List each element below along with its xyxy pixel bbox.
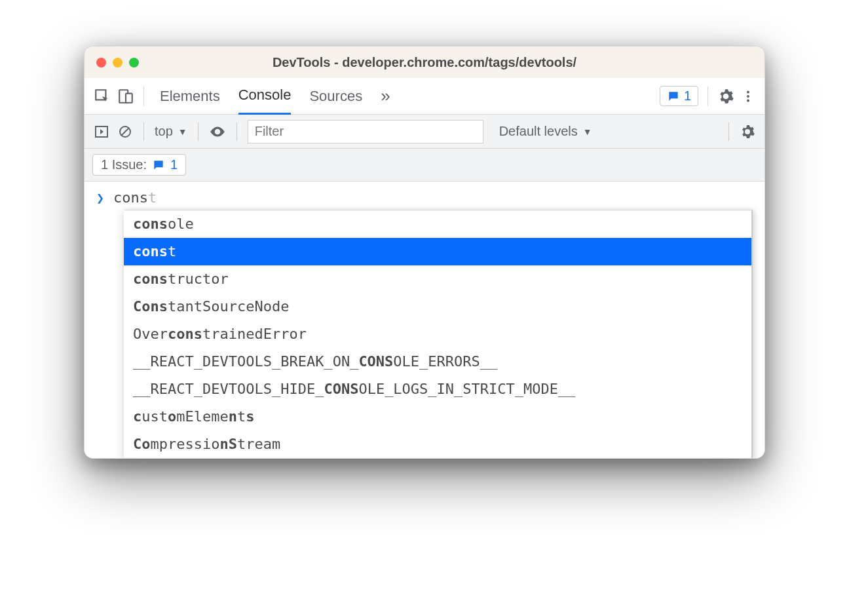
toolbar-separator [236, 123, 237, 141]
tab-sources[interactable]: Sources [309, 78, 362, 115]
autocomplete-item[interactable]: const [124, 238, 751, 265]
chevron-down-icon: ▼ [178, 126, 187, 137]
filter-input[interactable] [248, 120, 483, 144]
toolbar-separator [143, 123, 144, 141]
window-title: DevTools - developer.chrome.com/tags/dev… [85, 55, 764, 70]
issues-icon [667, 90, 680, 103]
traffic-lights [96, 58, 139, 67]
execution-context-selector[interactable]: top ▼ [155, 124, 187, 139]
issues-chip[interactable]: 1 Issue: 1 [92, 154, 186, 176]
tab-elements[interactable]: Elements [160, 78, 220, 115]
prompt-caret-icon: ❯ [96, 190, 104, 206]
console-input-text: const [113, 189, 157, 206]
issues-count: 1 [684, 88, 691, 104]
autocomplete-item[interactable]: OverconstrainedError [124, 320, 751, 348]
context-label: top [155, 124, 173, 139]
tab-label: Elements [160, 88, 220, 105]
autocomplete-item[interactable]: __REACT_DEVTOOLS_BREAK_ON_CONSOLE_ERRORS… [124, 348, 751, 375]
devtools-toolbar: Elements Console Sources » 1 [85, 78, 764, 115]
toggle-sidebar-icon[interactable] [94, 124, 109, 140]
tab-console[interactable]: Console [238, 78, 292, 115]
maximize-window-button[interactable] [129, 58, 139, 67]
issues-icon [152, 159, 165, 172]
issues-bar: 1 Issue: 1 [85, 149, 764, 182]
more-tabs-button[interactable]: » [381, 86, 390, 106]
kebab-menu-icon[interactable] [741, 88, 755, 105]
toolbar-separator [198, 123, 198, 141]
close-window-button[interactable] [96, 58, 106, 67]
svg-line-7 [121, 128, 129, 136]
console-toolbar: top ▼ Default levels ▼ [85, 115, 764, 149]
devtools-window: DevTools - developer.chrome.com/tags/dev… [84, 46, 765, 459]
inspect-element-icon[interactable] [94, 88, 111, 105]
svg-point-2 [747, 90, 749, 93]
autocomplete-item[interactable]: console [124, 210, 751, 238]
autocomplete-item[interactable]: constructor [124, 265, 751, 293]
toolbar-separator [143, 87, 144, 106]
console-settings-gear-icon[interactable] [740, 124, 755, 140]
panel-tabs: Elements Console Sources » [160, 78, 653, 115]
toolbar-separator [728, 123, 729, 141]
svg-point-4 [747, 99, 749, 102]
titlebar: DevTools - developer.chrome.com/tags/dev… [85, 47, 764, 78]
autocomplete-popup: consoleconstconstructorConstantSourceNod… [124, 210, 753, 458]
autocomplete-item[interactable]: ConstantSourceNode [124, 293, 751, 320]
live-expression-eye-icon[interactable] [209, 123, 226, 140]
autocomplete-item[interactable]: customElements [124, 403, 751, 431]
console-prompt[interactable]: ❯ const [85, 188, 764, 210]
levels-label: Default levels [499, 124, 578, 139]
clear-console-icon[interactable] [117, 124, 133, 140]
tab-label: Sources [309, 88, 362, 105]
toolbar-issues-badge[interactable]: 1 [660, 86, 698, 106]
issues-count: 1 [170, 157, 178, 172]
autocomplete-item[interactable]: __REACT_DEVTOOLS_HIDE_CONSOLE_LOGS_IN_ST… [124, 375, 751, 403]
svg-point-3 [747, 94, 749, 97]
issues-label: 1 Issue: [101, 157, 147, 172]
toolbar-separator [708, 87, 708, 106]
autocomplete-item[interactable]: CompressionStream [124, 431, 751, 458]
settings-gear-icon[interactable] [717, 88, 734, 105]
svg-rect-1 [126, 93, 132, 102]
log-levels-selector[interactable]: Default levels ▼ [499, 124, 592, 139]
tab-label: Console [238, 87, 292, 104]
device-toolbar-icon[interactable] [117, 88, 134, 105]
console-body: ❯ const consoleconstconstructorConstantS… [85, 182, 764, 458]
chevron-down-icon: ▼ [583, 126, 592, 137]
minimize-window-button[interactable] [113, 58, 123, 67]
